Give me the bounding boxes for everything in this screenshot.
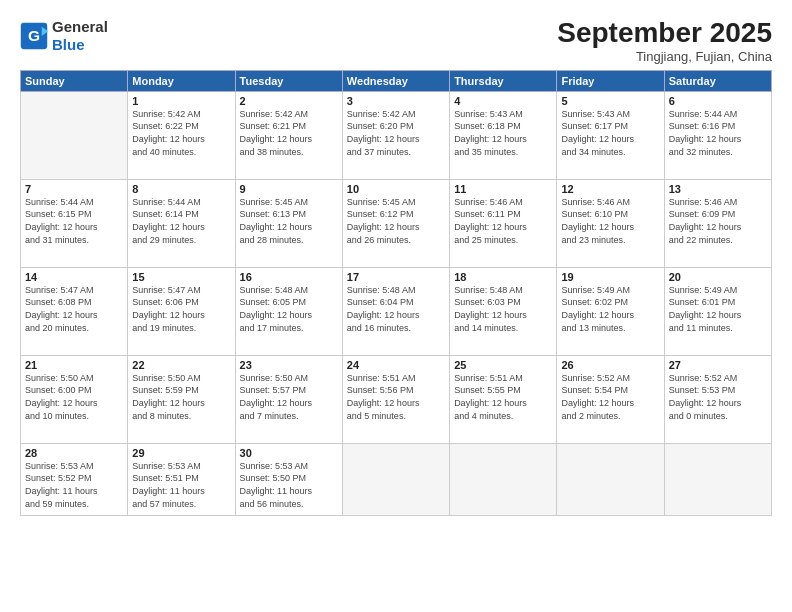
day-info: Sunrise: 5:52 AM Sunset: 5:53 PM Dayligh… (669, 372, 767, 422)
day-info: Sunrise: 5:46 AM Sunset: 6:11 PM Dayligh… (454, 196, 552, 246)
day-number: 13 (669, 183, 767, 195)
calendar-table: Sunday Monday Tuesday Wednesday Thursday… (20, 70, 772, 516)
table-row: 21Sunrise: 5:50 AM Sunset: 6:00 PM Dayli… (21, 355, 128, 443)
table-row: 18Sunrise: 5:48 AM Sunset: 6:03 PM Dayli… (450, 267, 557, 355)
table-row: 4Sunrise: 5:43 AM Sunset: 6:18 PM Daylig… (450, 91, 557, 179)
col-saturday: Saturday (664, 70, 771, 91)
col-tuesday: Tuesday (235, 70, 342, 91)
day-number: 21 (25, 359, 123, 371)
col-sunday: Sunday (21, 70, 128, 91)
month-title: September 2025 (557, 18, 772, 49)
calendar-header-row: Sunday Monday Tuesday Wednesday Thursday… (21, 70, 772, 91)
table-row (21, 91, 128, 179)
table-row: 17Sunrise: 5:48 AM Sunset: 6:04 PM Dayli… (342, 267, 449, 355)
day-info: Sunrise: 5:42 AM Sunset: 6:20 PM Dayligh… (347, 108, 445, 158)
day-number: 12 (561, 183, 659, 195)
day-number: 10 (347, 183, 445, 195)
table-row: 5Sunrise: 5:43 AM Sunset: 6:17 PM Daylig… (557, 91, 664, 179)
day-info: Sunrise: 5:44 AM Sunset: 6:14 PM Dayligh… (132, 196, 230, 246)
day-info: Sunrise: 5:45 AM Sunset: 6:13 PM Dayligh… (240, 196, 338, 246)
table-row: 7Sunrise: 5:44 AM Sunset: 6:15 PM Daylig… (21, 179, 128, 267)
table-row: 3Sunrise: 5:42 AM Sunset: 6:20 PM Daylig… (342, 91, 449, 179)
day-number: 6 (669, 95, 767, 107)
day-info: Sunrise: 5:42 AM Sunset: 6:21 PM Dayligh… (240, 108, 338, 158)
table-row: 26Sunrise: 5:52 AM Sunset: 5:54 PM Dayli… (557, 355, 664, 443)
day-info: Sunrise: 5:47 AM Sunset: 6:08 PM Dayligh… (25, 284, 123, 334)
day-number: 30 (240, 447, 338, 459)
day-number: 11 (454, 183, 552, 195)
day-info: Sunrise: 5:53 AM Sunset: 5:51 PM Dayligh… (132, 460, 230, 510)
day-number: 1 (132, 95, 230, 107)
table-row: 9Sunrise: 5:45 AM Sunset: 6:13 PM Daylig… (235, 179, 342, 267)
day-number: 3 (347, 95, 445, 107)
logo-icon: G (20, 22, 48, 50)
day-info: Sunrise: 5:48 AM Sunset: 6:05 PM Dayligh… (240, 284, 338, 334)
day-info: Sunrise: 5:53 AM Sunset: 5:50 PM Dayligh… (240, 460, 338, 510)
day-number: 4 (454, 95, 552, 107)
table-row (342, 443, 449, 515)
table-row: 13Sunrise: 5:46 AM Sunset: 6:09 PM Dayli… (664, 179, 771, 267)
page: G General Blue September 2025 Tingjiang,… (0, 0, 792, 612)
col-thursday: Thursday (450, 70, 557, 91)
day-info: Sunrise: 5:47 AM Sunset: 6:06 PM Dayligh… (132, 284, 230, 334)
title-block: September 2025 Tingjiang, Fujian, China (557, 18, 772, 64)
table-row: 29Sunrise: 5:53 AM Sunset: 5:51 PM Dayli… (128, 443, 235, 515)
table-row: 12Sunrise: 5:46 AM Sunset: 6:10 PM Dayli… (557, 179, 664, 267)
day-number: 20 (669, 271, 767, 283)
logo-general: General (52, 18, 108, 36)
day-info: Sunrise: 5:42 AM Sunset: 6:22 PM Dayligh… (132, 108, 230, 158)
col-wednesday: Wednesday (342, 70, 449, 91)
table-row (557, 443, 664, 515)
day-info: Sunrise: 5:51 AM Sunset: 5:55 PM Dayligh… (454, 372, 552, 422)
day-number: 14 (25, 271, 123, 283)
table-row: 2Sunrise: 5:42 AM Sunset: 6:21 PM Daylig… (235, 91, 342, 179)
day-info: Sunrise: 5:46 AM Sunset: 6:10 PM Dayligh… (561, 196, 659, 246)
col-monday: Monday (128, 70, 235, 91)
day-info: Sunrise: 5:50 AM Sunset: 5:57 PM Dayligh… (240, 372, 338, 422)
day-number: 7 (25, 183, 123, 195)
day-info: Sunrise: 5:45 AM Sunset: 6:12 PM Dayligh… (347, 196, 445, 246)
table-row: 19Sunrise: 5:49 AM Sunset: 6:02 PM Dayli… (557, 267, 664, 355)
day-number: 19 (561, 271, 659, 283)
table-row: 8Sunrise: 5:44 AM Sunset: 6:14 PM Daylig… (128, 179, 235, 267)
day-number: 24 (347, 359, 445, 371)
day-number: 16 (240, 271, 338, 283)
col-friday: Friday (557, 70, 664, 91)
day-info: Sunrise: 5:46 AM Sunset: 6:09 PM Dayligh… (669, 196, 767, 246)
day-number: 28 (25, 447, 123, 459)
table-row (664, 443, 771, 515)
day-info: Sunrise: 5:49 AM Sunset: 6:02 PM Dayligh… (561, 284, 659, 334)
table-row: 16Sunrise: 5:48 AM Sunset: 6:05 PM Dayli… (235, 267, 342, 355)
day-number: 17 (347, 271, 445, 283)
header: G General Blue September 2025 Tingjiang,… (20, 18, 772, 64)
day-number: 23 (240, 359, 338, 371)
table-row: 6Sunrise: 5:44 AM Sunset: 6:16 PM Daylig… (664, 91, 771, 179)
table-row (450, 443, 557, 515)
logo-text: General Blue (52, 18, 108, 54)
day-info: Sunrise: 5:50 AM Sunset: 6:00 PM Dayligh… (25, 372, 123, 422)
day-number: 25 (454, 359, 552, 371)
day-info: Sunrise: 5:43 AM Sunset: 6:18 PM Dayligh… (454, 108, 552, 158)
table-row: 15Sunrise: 5:47 AM Sunset: 6:06 PM Dayli… (128, 267, 235, 355)
day-number: 9 (240, 183, 338, 195)
table-row: 25Sunrise: 5:51 AM Sunset: 5:55 PM Dayli… (450, 355, 557, 443)
day-number: 18 (454, 271, 552, 283)
table-row: 28Sunrise: 5:53 AM Sunset: 5:52 PM Dayli… (21, 443, 128, 515)
logo-blue: Blue (52, 36, 108, 54)
table-row: 20Sunrise: 5:49 AM Sunset: 6:01 PM Dayli… (664, 267, 771, 355)
day-number: 26 (561, 359, 659, 371)
day-number: 15 (132, 271, 230, 283)
day-info: Sunrise: 5:51 AM Sunset: 5:56 PM Dayligh… (347, 372, 445, 422)
day-number: 2 (240, 95, 338, 107)
day-number: 22 (132, 359, 230, 371)
day-number: 8 (132, 183, 230, 195)
svg-text:G: G (28, 27, 40, 44)
table-row: 23Sunrise: 5:50 AM Sunset: 5:57 PM Dayli… (235, 355, 342, 443)
table-row: 14Sunrise: 5:47 AM Sunset: 6:08 PM Dayli… (21, 267, 128, 355)
table-row: 10Sunrise: 5:45 AM Sunset: 6:12 PM Dayli… (342, 179, 449, 267)
day-info: Sunrise: 5:48 AM Sunset: 6:04 PM Dayligh… (347, 284, 445, 334)
day-number: 5 (561, 95, 659, 107)
logo: G General Blue (20, 18, 108, 54)
table-row: 11Sunrise: 5:46 AM Sunset: 6:11 PM Dayli… (450, 179, 557, 267)
table-row: 27Sunrise: 5:52 AM Sunset: 5:53 PM Dayli… (664, 355, 771, 443)
